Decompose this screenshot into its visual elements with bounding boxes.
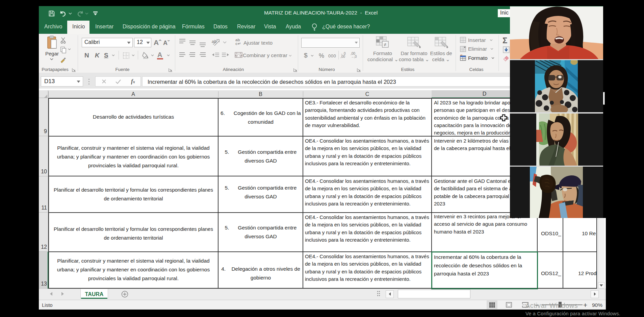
svg-text:ab: ab [212, 39, 216, 44]
svg-text:≠: ≠ [384, 42, 386, 47]
